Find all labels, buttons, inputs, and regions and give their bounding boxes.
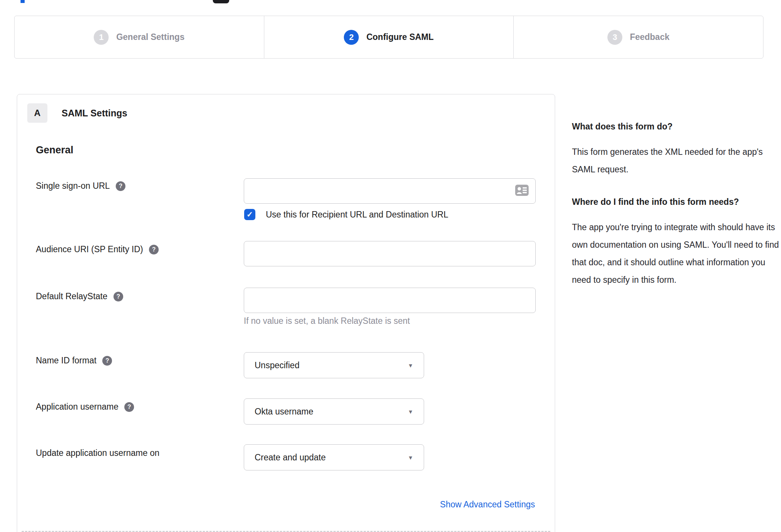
saml-settings-panel: A SAML Settings General Single sign-on U… (17, 94, 555, 532)
step-general-settings[interactable]: 1 General Settings (15, 16, 264, 58)
screen: 1 General Settings 2 Configure SAML 3 Fe… (0, 0, 781, 532)
step-number-badge: 1 (94, 30, 109, 45)
update-app-username-label: Update application username on (36, 448, 159, 458)
recipient-url-checkbox-label[interactable]: Use this for Recipient URL and Destinati… (266, 210, 448, 220)
name-id-format-select[interactable]: Unspecified ▼ (244, 352, 424, 378)
update-app-username-label-row: Update application username on (36, 448, 159, 458)
sso-url-input[interactable] (244, 178, 536, 204)
app-username-label-row: Application username ? (36, 402, 134, 412)
clipped-blue-fragment (21, 0, 25, 3)
panel-title: SAML Settings (62, 108, 127, 119)
app-username-select[interactable]: Okta username ▼ (244, 398, 424, 425)
step-number-badge: 2 (344, 30, 359, 45)
recipient-url-checkbox-row: ✓ Use this for Recipient URL and Destina… (244, 209, 448, 220)
sso-url-label-row: Single sign-on URL ? (36, 181, 125, 191)
sidebar-paragraph: This form generates the XML needed for t… (572, 143, 781, 178)
sso-url-label: Single sign-on URL (36, 181, 110, 191)
audience-uri-input[interactable] (244, 241, 536, 266)
chevron-down-icon: ▼ (408, 454, 413, 461)
relay-state-input[interactable] (244, 288, 536, 313)
app-username-value: Okta username (255, 407, 313, 417)
contact-card-icon[interactable] (515, 184, 529, 198)
help-icon[interactable]: ? (102, 356, 112, 366)
sidebar-heading: What does this form do? (572, 118, 781, 135)
sso-url-input-wrap (244, 178, 536, 204)
relay-state-hint: If no value is set, a blank RelayState i… (244, 316, 410, 326)
step-label: Feedback (630, 32, 669, 42)
sidebar-heading: Where do I find the info this form needs… (572, 193, 781, 210)
step-configure-saml[interactable]: 2 Configure SAML (264, 16, 514, 58)
app-username-label: Application username (36, 402, 118, 412)
recipient-url-checkbox[interactable]: ✓ (244, 209, 255, 220)
section-a-badge: A (27, 103, 47, 123)
chevron-down-icon: ▼ (408, 362, 413, 369)
name-id-format-label: Name ID format (36, 356, 96, 366)
name-id-format-value: Unspecified (255, 360, 299, 370)
step-label: Configure SAML (366, 32, 433, 42)
step-number-badge: 3 (607, 30, 622, 45)
help-sidebar: What does this form do? This form genera… (572, 118, 781, 304)
relay-state-label: Default RelayState (36, 291, 108, 301)
relay-state-label-row: Default RelayState ? (36, 291, 123, 301)
audience-uri-label-row: Audience URI (SP Entity ID) ? (36, 244, 159, 254)
panel-header: A SAML Settings (27, 103, 127, 123)
clipped-logo-fragment (213, 0, 229, 3)
sidebar-paragraph: The app you're trying to integrate with … (572, 219, 781, 289)
update-app-username-value: Create and update (255, 453, 326, 463)
help-icon[interactable]: ? (124, 402, 134, 412)
audience-uri-label: Audience URI (SP Entity ID) (36, 244, 143, 254)
chevron-down-icon: ▼ (408, 409, 413, 415)
general-group-heading: General (36, 144, 74, 156)
step-label: General Settings (116, 32, 184, 42)
audience-uri-input-wrap (244, 241, 536, 266)
help-icon[interactable]: ? (116, 181, 125, 191)
relay-state-input-wrap (244, 288, 536, 313)
show-advanced-settings-link[interactable]: Show Advanced Settings (440, 500, 535, 510)
name-id-format-label-row: Name ID format ? (36, 356, 112, 366)
help-icon[interactable]: ? (149, 245, 159, 254)
wizard-stepper: 1 General Settings 2 Configure SAML 3 Fe… (14, 16, 763, 59)
step-feedback[interactable]: 3 Feedback (513, 16, 763, 58)
help-icon[interactable]: ? (113, 292, 123, 301)
update-app-username-select[interactable]: Create and update ▼ (244, 444, 424, 470)
